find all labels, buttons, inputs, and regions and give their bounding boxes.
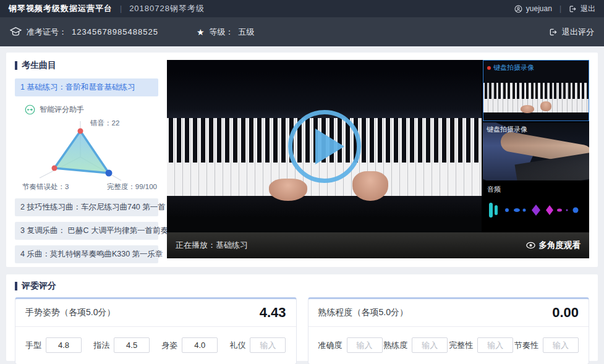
scoring-header: 评委评分 (15, 281, 589, 292)
user-icon (514, 5, 522, 13)
exit-scoring-icon (549, 28, 558, 36)
gesture-card-title: 手势姿势（各项5.0分） (25, 307, 115, 318)
field-fingering: 指法 (93, 337, 150, 353)
topbar-divider: | (559, 4, 561, 13)
hand-shape-label: 手型 (25, 340, 41, 351)
radar-label-wrong-notes: 错音：22 (90, 119, 119, 128)
playlist-header: 考生曲目 (15, 60, 158, 71)
mini-hand-left (521, 105, 534, 113)
playlist-item-4[interactable]: 4 乐曲：莫扎特钢琴奏鸣曲K330 第一乐章 (15, 245, 158, 263)
gesture-posture-card: 手势姿势（各项5.0分） 4.43 手型 指法 身姿 (15, 297, 297, 364)
assistant-label: 智能评分助手 (40, 104, 84, 115)
logout-icon (569, 5, 577, 13)
radar-label-rhythm-errors: 节奏错误处：3 (22, 182, 69, 192)
section-accent-bar (15, 282, 17, 290)
level-value: 五级 (238, 27, 254, 38)
field-completeness: 完整性 (449, 337, 513, 353)
session-title: 20180728钢琴考级 (129, 3, 205, 14)
ticket-label: 准考证号： (27, 27, 67, 38)
app-title: 钢琴视频考级数据运营平台 (9, 3, 113, 14)
playlist-item-3[interactable]: 3 复调乐曲： 巴赫C 大调平均律第一首前奏曲 (15, 222, 158, 240)
multi-angle-label: 多角度观看 (539, 240, 581, 251)
audio-label: 音频 (487, 185, 501, 194)
mini-hand-right (540, 101, 551, 111)
eye-icon (526, 242, 535, 249)
now-playing-text: 正在播放：基础练习 (176, 240, 248, 251)
play-button[interactable] (288, 110, 361, 183)
username: yuejuan (526, 4, 552, 13)
playlist-title: 考生曲目 (22, 60, 56, 71)
audio-track-panel[interactable]: 音频 (483, 182, 589, 232)
scoring-title: 评委评分 (22, 281, 56, 292)
completeness-input[interactable] (477, 337, 513, 353)
radar-chart: 错音：22 节奏错误处：3 完整度：99/100 (15, 116, 158, 193)
playlist-item-2[interactable]: 2 技巧性练习曲：车尔尼练习曲740 第一首 (15, 198, 158, 216)
accuracy-label: 准确度 (318, 340, 342, 351)
exam-panel: 考生曲目 1 基础练习：音阶和琶音基础练习 智能评分助手 (6, 53, 598, 267)
recording-dot-icon (487, 66, 491, 70)
etiquette-label: 礼仪 (229, 340, 245, 351)
proficiency-card-score: 0.00 (552, 305, 579, 321)
field-proficiency: 熟练度 (383, 337, 448, 353)
posture-input[interactable] (182, 337, 218, 353)
completeness-label: 完整性 (449, 340, 473, 351)
gesture-card-score: 4.43 (260, 305, 286, 321)
rhythm-label: 节奏性 (514, 340, 538, 351)
thumbnail-2-label-row: 键盘拍摄录像 (487, 125, 527, 134)
proficiency-input[interactable] (412, 337, 448, 353)
ticket-number: 12345678985488525 (72, 27, 158, 36)
radar-chart-svg (15, 116, 158, 193)
main-content: 考生曲目 1 基础练习：音阶和琶音基础练习 智能评分助手 (0, 46, 604, 364)
multi-angle-button[interactable]: 多角度观看 (526, 240, 581, 251)
level-group: ★ 等级： 五级 (197, 27, 255, 38)
rhythm-input[interactable] (543, 337, 579, 353)
field-accuracy: 准确度 (318, 337, 383, 353)
posture-label: 身姿 (161, 340, 177, 351)
proficiency-label: 熟练度 (383, 340, 407, 351)
keyboard-camera-thumbnail-2[interactable]: 键盘拍摄录像 (483, 122, 589, 180)
field-hand-shape: 手型 (25, 337, 82, 353)
logout-label: 退出 (581, 4, 595, 14)
field-rhythm: 节奏性 (514, 337, 579, 353)
hand-shape-input[interactable] (46, 337, 82, 353)
video-player-area: 键盘拍摄录像 键盘拍摄录像 (167, 60, 589, 258)
graduation-cap-icon (10, 27, 22, 37)
main-video[interactable] (167, 60, 482, 232)
proficiency-card: 熟练程度（各项5.0分） 0.00 准确度 熟练度 完整性 (308, 297, 590, 364)
keyboard-camera-thumbnail-1[interactable]: 键盘拍摄录像 (483, 60, 589, 121)
section-accent-bar (15, 61, 17, 70)
user-menu[interactable]: yuejuan (514, 4, 552, 13)
fingering-label: 指法 (93, 340, 109, 351)
playlist-item-1[interactable]: 1 基础练习：音阶和琶音基础练习 (15, 78, 158, 96)
etiquette-input[interactable] (250, 337, 286, 353)
thumbnail-1-label-row: 键盘拍摄录像 (487, 63, 534, 72)
ticket-group: 准考证号： 12345678985488525 (10, 27, 158, 38)
player-control-bar: 正在播放：基础练习 多角度观看 (167, 232, 589, 258)
judge-scoring-panel: 评委评分 手势姿势（各项5.0分） 4.43 手型 指法 (6, 274, 598, 361)
fingering-input[interactable] (114, 337, 150, 353)
field-etiquette: 礼仪 (229, 337, 286, 353)
accuracy-input[interactable] (347, 337, 383, 353)
audio-waveform (487, 199, 584, 221)
title-divider: | (120, 4, 122, 13)
thumbnail-1-label: 键盘拍摄录像 (493, 63, 534, 72)
piano-front (167, 196, 482, 232)
level-label: 等级： (209, 27, 233, 38)
exam-info-bar: 准考证号： 12345678985488525 ★ 等级： 五级 退出评分 (0, 17, 604, 46)
exit-scoring-label: 退出评分 (562, 27, 594, 38)
exit-scoring-button[interactable]: 退出评分 (549, 27, 594, 38)
right-hand (352, 171, 388, 201)
smart-assistant-icon (25, 104, 35, 115)
star-icon: ★ (197, 27, 205, 37)
mini-keyboard (483, 83, 589, 112)
top-bar: 钢琴视频考级数据运营平台 | 20180728钢琴考级 yuejuan | 退出 (0, 0, 604, 17)
left-hand (269, 179, 307, 201)
logout-button[interactable]: 退出 (569, 4, 595, 14)
assistant-row: 智能评分助手 (25, 104, 158, 115)
thumbnail-2-label: 键盘拍摄录像 (487, 125, 527, 134)
field-posture: 身姿 (161, 337, 218, 353)
playlist-panel: 考生曲目 1 基础练习：音阶和琶音基础练习 智能评分助手 (15, 60, 158, 260)
camera-angle-column: 键盘拍摄录像 键盘拍摄录像 (483, 60, 589, 232)
radar-label-completeness: 完整度：99/100 (107, 182, 157, 192)
proficiency-card-title: 熟练程度（各项5.0分） (318, 307, 408, 318)
